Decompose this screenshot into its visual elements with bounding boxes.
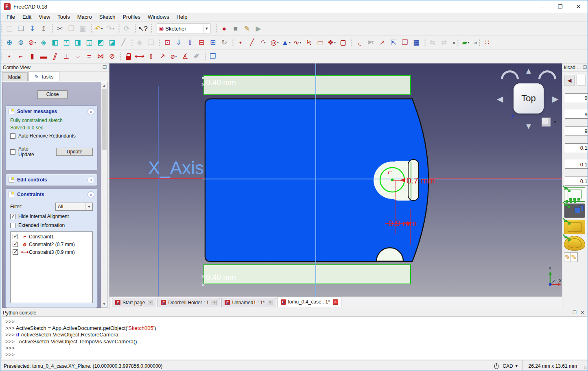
minimize-button[interactable]: – (533, 0, 551, 13)
macro-execute-button[interactable]: ▶ (253, 23, 264, 34)
kicad-back-button[interactable]: ◀ (564, 75, 575, 85)
create-arc-button[interactable]: ◜▾ (258, 37, 269, 48)
view-sketch-button[interactable]: ⇧ (185, 37, 195, 48)
fillet-button[interactable]: ◟ (354, 37, 365, 48)
collapse-chevron-icon[interactable]: « (87, 191, 94, 198)
tab-tomu-case[interactable]: tomu_0.4_case : 1* ✕ (278, 297, 341, 307)
trim-edge-button[interactable]: ✄ (365, 37, 376, 48)
toolbar-overflow-icon[interactable]: » (451, 39, 457, 46)
constrain-lock-button[interactable] (123, 51, 133, 62)
sketch-merge-button[interactable]: ⇆ (427, 37, 438, 48)
workbench-selector[interactable]: ◉ Sketcher ▼ (157, 24, 210, 33)
undo-button[interactable]: ↶▾ (94, 23, 104, 34)
view-section-button[interactable]: ⊟ (196, 37, 207, 48)
close-tab-icon[interactable]: ✕ (333, 299, 338, 305)
macro-edit-button[interactable]: ✎ (242, 23, 252, 34)
constraint-item-1[interactable]: ⌐ Constraint1 (11, 233, 92, 240)
close-tab-icon[interactable]: ✕ (268, 300, 273, 305)
menu-item[interactable]: Windows (144, 13, 173, 21)
kicad-value-field[interactable]: 0.10 (565, 160, 588, 169)
switch-virtual-space-button[interactable]: ∷ (482, 37, 492, 48)
tab-doorbell-holder[interactable]: Doorbell Holder : 1 ✕ (157, 298, 220, 307)
nav-arrow-left-icon[interactable]: ◀ (497, 94, 503, 104)
part-tool-button[interactable]: ◆ (134, 37, 145, 48)
3d-viewport[interactable]: ✕ ✕ ✕ ✕ X_Axis (109, 63, 562, 297)
float-panel-icon[interactable]: ❐ (573, 310, 577, 315)
resize-grip[interactable] (583, 360, 588, 371)
view-top-button[interactable]: ◰ (61, 37, 72, 48)
constraint-checkbox[interactable] (13, 242, 18, 247)
hide-internal-alignment-checkbox[interactable] (10, 214, 15, 219)
constrain-equal-button[interactable]: = (84, 51, 94, 62)
constrain-distance-x-button[interactable]: ⟷ (134, 51, 145, 62)
clone-button[interactable]: ❒ (208, 51, 218, 62)
constrain-vertical-button[interactable]: ▮ (27, 51, 37, 62)
close-tab-icon[interactable]: ✕ (148, 300, 153, 305)
create-circle-button[interactable]: ◎▾ (269, 37, 280, 48)
view-rear-button[interactable]: ◱ (84, 37, 94, 48)
menu-item[interactable]: Macro (74, 13, 96, 21)
menu-item[interactable]: Profiles (119, 13, 144, 21)
create-conic-button[interactable]: ▲▾ (281, 37, 291, 48)
point-on-object-constraint-icon[interactable]: ⌐ (388, 167, 393, 176)
cut-button[interactable]: ✂ (55, 23, 65, 34)
close-tab-icon[interactable]: ✕ (212, 300, 217, 305)
paste-button[interactable]: ▣ (77, 23, 88, 34)
constraint-checkbox[interactable] (13, 249, 18, 255)
menu-item[interactable]: Edit (19, 13, 35, 21)
kicad-blank-button[interactable] (577, 75, 586, 85)
measure-distance-button[interactable]: ╱ (118, 37, 129, 48)
fit-all-button[interactable]: ⊕ (4, 37, 15, 48)
tab-start-page[interactable]: Start page ✕ (112, 298, 156, 307)
constrain-perpendicular-button[interactable]: ⊥ (61, 51, 72, 62)
nav-arrow-right-icon[interactable]: ▶ (552, 94, 558, 104)
open-file-button[interactable]: ❏ (15, 23, 26, 34)
constraint-item-3[interactable]: ⟷ Constraint3 (0.9 mm) (11, 248, 92, 256)
view-right-button[interactable]: ◨ (72, 37, 83, 48)
collapse-chevron-icon[interactable]: « (87, 108, 94, 115)
sketch-mirror-button[interactable]: ⇄ (439, 37, 449, 48)
view-bottom-button[interactable]: ◩ (95, 37, 106, 48)
reorient-sketch-button[interactable]: ↻ (219, 37, 230, 48)
constrain-distance-button[interactable]: ↗ (157, 51, 168, 62)
kicad-value-field[interactable]: 0.10 (565, 177, 588, 186)
kicad-value-field[interactable]: 0.10 (565, 143, 588, 152)
extend-edge-button[interactable]: ↗ (377, 37, 387, 48)
close-task-button[interactable]: Close (37, 90, 68, 99)
nav-arrow-up-icon[interactable]: ▲ (525, 66, 533, 76)
new-file-button[interactable]: ▢ (4, 23, 15, 34)
create-slot-button[interactable]: ▢ (338, 37, 348, 48)
refresh-button[interactable]: ⟳ (121, 23, 132, 34)
construction-mode-button[interactable]: ▦ (411, 37, 422, 48)
macro-stop-button[interactable]: ■ (230, 23, 241, 34)
nav-menu-arrow-icon[interactable]: ▼ (553, 120, 557, 124)
constrain-distance-y-button[interactable]: I (146, 51, 156, 62)
menu-item[interactable]: Tools (54, 13, 73, 21)
constrain-block-button[interactable]: ⊘ (107, 51, 117, 62)
nav-arrow-down-icon[interactable]: ▼ (525, 122, 533, 131)
kicad-value-field[interactable]: 90 (565, 110, 588, 119)
constraint-checkbox[interactable] (13, 234, 18, 239)
toggle-driving-constraint-button[interactable]: ✐ (191, 51, 202, 62)
menu-item[interactable]: File (3, 13, 19, 21)
external-geometry-button[interactable]: ⇱ (388, 37, 399, 48)
whats-this-button[interactable]: ↖? (138, 23, 148, 34)
redo-button[interactable]: ↷▾ (105, 23, 116, 34)
create-polygon-button[interactable]: ❖▾ (326, 37, 337, 48)
constrain-symmetric-button[interactable]: ⋈ (95, 51, 106, 62)
tab-model[interactable]: Model (2, 72, 28, 81)
collapse-chevron-icon[interactable]: « (87, 177, 94, 183)
close-panel-icon[interactable]: ✕ (581, 310, 584, 315)
create-point-button[interactable]: • (235, 37, 246, 48)
view-axonometric-button[interactable]: ◈ (38, 37, 49, 48)
view-front-button[interactable]: ◧ (50, 37, 60, 48)
constraint-filter-dropdown[interactable]: All▼ (55, 203, 93, 211)
tasks-scrollbar[interactable]: ▲▼ (101, 82, 107, 308)
constrain-coincident-button[interactable]: • (4, 51, 15, 62)
fit-selection-button[interactable]: ⊚ (15, 37, 26, 48)
constrain-radius-button[interactable]: ⌀▾ (168, 51, 179, 62)
constrain-point-on-object-button[interactable]: ⌐ (15, 51, 26, 62)
constrain-horizontal-button[interactable]: ▬ (38, 51, 49, 62)
extended-information-checkbox[interactable] (10, 223, 15, 228)
tab-tasks[interactable]: ✎Tasks (28, 72, 60, 81)
